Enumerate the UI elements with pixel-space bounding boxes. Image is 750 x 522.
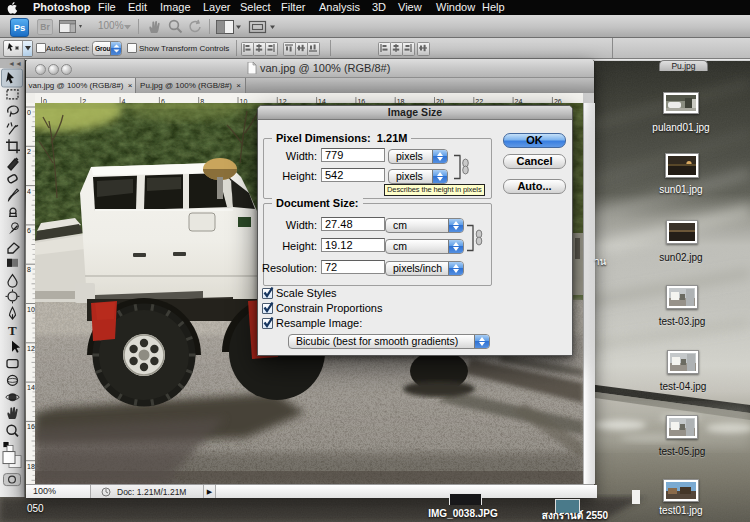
svg-text:14: 14: [27, 384, 35, 391]
svg-text:16: 16: [27, 423, 35, 430]
svg-text:T: T: [8, 323, 17, 338]
svg-text:8: 8: [27, 266, 31, 273]
svg-text:◄◄: ◄◄: [8, 60, 22, 67]
svg-text:18: 18: [27, 463, 35, 470]
svg-text:2: 2: [27, 148, 31, 155]
svg-text:4: 4: [27, 188, 31, 195]
svg-text:12: 12: [27, 345, 35, 352]
svg-text:10: 10: [27, 306, 35, 313]
svg-text:6: 6: [27, 227, 31, 234]
svg-text:0: 0: [27, 109, 31, 116]
